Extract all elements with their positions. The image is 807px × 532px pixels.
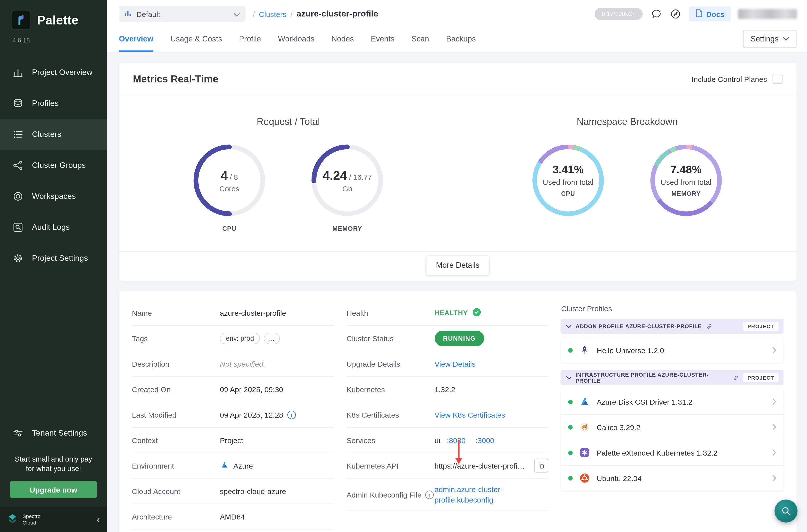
project-icon — [124, 9, 132, 19]
field-architecture: Architecture AMD64 — [132, 504, 334, 530]
profile-item-azure-disk-csi[interactable]: Azure Disk CSI Driver 1.31.2 — [561, 389, 784, 415]
sidebar-item-tenant-settings[interactable]: Tenant Settings — [0, 418, 107, 449]
field-kubernetes-api: Kubernetes API https://azure-cluster-pro… — [346, 453, 548, 478]
sidebar-item-workspaces[interactable]: Workspaces — [0, 181, 107, 212]
view-details-link[interactable]: View Details — [434, 359, 476, 368]
tab-profile[interactable]: Profile — [239, 26, 261, 52]
account-menu-blurred[interactable] — [738, 9, 797, 19]
version-label: 4.6.18 — [13, 37, 107, 44]
tab-backups[interactable]: Backups — [446, 26, 476, 52]
sidebar-item-clusters[interactable]: Clusters — [0, 119, 107, 150]
search-fab-button[interactable] — [774, 499, 797, 522]
profile-item-hello-universe[interactable]: Hello Universe 1.2.0 — [561, 338, 784, 363]
status-dot — [568, 450, 573, 455]
project-selector[interactable]: Default — [119, 6, 245, 22]
chevron-down-icon — [783, 37, 789, 41]
clusters-icon — [13, 129, 23, 140]
pxk-icon — [579, 446, 590, 459]
sidebar-collapse-icon[interactable]: ‹ — [97, 514, 100, 525]
bar-chart-icon — [13, 67, 23, 78]
tag-chip: env: prod — [220, 332, 260, 344]
chevron-right-icon — [772, 398, 776, 405]
cpu-used: 4 — [221, 168, 228, 183]
tab-row: Overview Usage & Costs Profile Workloads… — [107, 26, 807, 53]
sidebar-item-profiles[interactable]: Profiles — [0, 88, 107, 119]
namespace-memory-percent: 7.48% — [671, 163, 702, 176]
project-selector-value: Default — [136, 10, 160, 18]
addon-profile-header[interactable]: ADDON PROFILE AZURE-CLUSTER-PROFILE PROJ… — [561, 319, 784, 334]
profile-item-palette-extended-k8s[interactable]: Palette eXtended Kubernetes 1.32.2 — [561, 440, 784, 466]
field-upgrade-details: Upgrade Details View Details — [346, 351, 548, 377]
rocket-icon — [579, 344, 590, 356]
settings-button[interactable]: Settings — [743, 30, 796, 48]
profile-item-ubuntu[interactable]: Ubuntu 22.04 — [561, 466, 784, 491]
upgrade-now-button[interactable]: Upgrade now — [10, 481, 97, 498]
link-icon — [733, 374, 739, 381]
docs-button[interactable]: Docs — [689, 6, 731, 21]
field-cluster-status: Cluster Status RUNNING — [346, 326, 548, 351]
tab-scan[interactable]: Scan — [412, 26, 429, 52]
sidebar-item-audit-logs[interactable]: Audit Logs — [0, 212, 107, 243]
brand-row: Palette — [0, 0, 107, 30]
cluster-groups-icon — [13, 160, 23, 171]
namespace-cpu-donut: 3.41% Used from total CPU — [525, 142, 611, 218]
breadcrumb: / Clusters / azure-cluster-profile — [253, 9, 378, 19]
tab-bar: Overview Usage & Costs Profile Workloads… — [119, 26, 476, 52]
field-services: Services ui :8080 :3000 — [346, 428, 548, 453]
view-k8s-certificates-link[interactable]: View K8s Certificates — [434, 410, 505, 419]
link-icon — [706, 323, 712, 329]
namespace-cpu-percent: 3.41% — [553, 163, 584, 176]
service-port-3000-link[interactable]: :3000 — [475, 436, 494, 444]
sidebar-item-label: Project Overview — [32, 68, 92, 77]
tab-workloads[interactable]: Workloads — [278, 26, 315, 52]
service-name: ui — [434, 436, 440, 444]
layers-icon — [13, 98, 23, 109]
breadcrumb-separator: / — [253, 10, 255, 18]
tab-overview[interactable]: Overview — [119, 26, 153, 52]
status-badge: RUNNING — [434, 330, 484, 346]
cpu-total: 8 — [234, 173, 238, 181]
tab-usage-costs[interactable]: Usage & Costs — [170, 26, 222, 52]
chevron-down-icon — [234, 10, 240, 18]
info-icon[interactable]: i — [287, 410, 296, 419]
field-created-on: Created On 09 Apr 2025, 09:30 — [132, 377, 334, 402]
sliders-icon — [13, 428, 23, 439]
tab-nodes[interactable]: Nodes — [331, 26, 354, 52]
more-details-button[interactable]: More Details — [427, 256, 489, 275]
metrics-title: Metrics Real-Time — [133, 73, 218, 85]
cluster-profiles-title: Cluster Profiles — [561, 304, 784, 313]
breadcrumb-clusters-link[interactable]: Clusters — [259, 10, 286, 18]
memory-total: 16.77 — [353, 173, 372, 181]
service-port-8080-link[interactable]: :8080 — [447, 436, 466, 444]
info-icon[interactable]: i — [425, 490, 433, 499]
tags-overflow-chip[interactable]: ... — [264, 332, 280, 344]
sidebar-item-label: Clusters — [32, 130, 61, 139]
sidebar-footer: Spectro Cloud ‹ — [0, 507, 107, 532]
profile-item-calico[interactable]: Calico 3.29.2 — [561, 415, 784, 440]
main-area: Default / Clusters / azure-cluster-profi… — [107, 0, 807, 532]
copy-icon[interactable] — [534, 459, 548, 473]
details-middle-column: Health HEALTHY Cluster Status RUNNING — [346, 300, 548, 532]
chevron-right-icon — [772, 347, 776, 354]
audit-logs-icon — [13, 222, 23, 233]
app-window: Palette 4.6.18 Project Overview Profiles — [0, 0, 807, 532]
memory-used: 4.24 — [323, 168, 347, 183]
sidebar-item-project-overview[interactable]: Project Overview — [0, 57, 107, 88]
sidebar-item-project-settings[interactable]: Project Settings — [0, 243, 107, 274]
field-context: Context Project — [132, 428, 334, 453]
memory-gauge: 4.24 / 16.77 Gb MEMORY — [304, 142, 390, 232]
tab-events[interactable]: Events — [371, 26, 394, 52]
field-kubernetes: Kubernetes 1.32.2 — [346, 377, 548, 402]
sidebar-item-cluster-groups[interactable]: Cluster Groups — [0, 150, 107, 181]
include-control-planes-checkbox[interactable] — [772, 74, 783, 84]
sidebar-item-label: Project Settings — [32, 254, 88, 263]
document-icon — [695, 9, 703, 19]
spectro-cloud-label: Spectro Cloud — [22, 513, 40, 526]
compass-icon[interactable] — [670, 8, 682, 20]
chat-icon[interactable] — [650, 8, 662, 20]
kubeconfig-link[interactable]: admin.azure-cluster-profile.kubeconfig — [434, 484, 522, 505]
infrastructure-profile-header[interactable]: INFRASTRUCTURE PROFILE AZURE-CLUSTER-PRO… — [561, 370, 784, 385]
sidebar-item-label: Profiles — [32, 99, 59, 108]
field-name: Name azure-cluster-profile — [132, 300, 334, 326]
top-bar: Default / Clusters / azure-cluster-profi… — [107, 0, 807, 53]
